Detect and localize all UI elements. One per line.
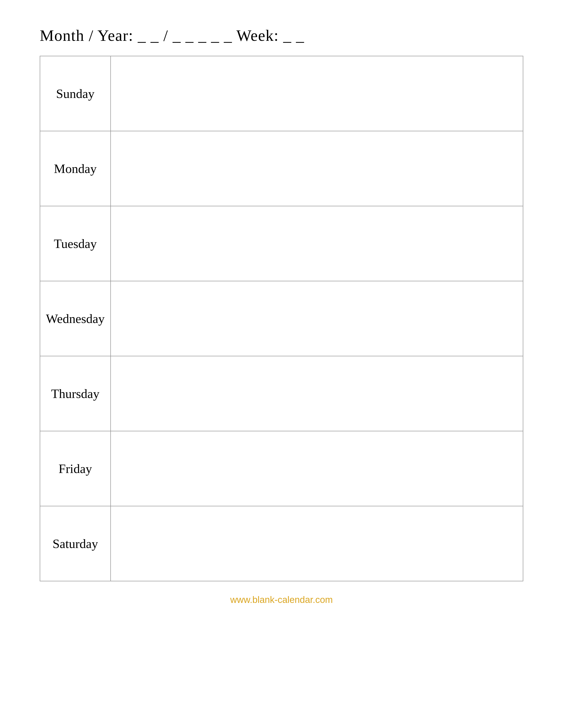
table-row: Saturday <box>40 506 523 581</box>
footer-url: www.blank-calendar.com <box>230 595 333 605</box>
day-label-thursday: Thursday <box>40 356 111 431</box>
table-row: Sunday <box>40 56 523 131</box>
day-label-sunday: Sunday <box>40 56 111 131</box>
month-year-week-header: Month / Year: _ _ / _ _ _ _ _ Week: _ _ <box>40 26 305 45</box>
day-content-friday[interactable] <box>111 431 523 506</box>
table-row: Wednesday <box>40 281 523 356</box>
weekly-calendar-table: SundayMondayTuesdayWednesdayThursdayFrid… <box>40 56 523 581</box>
day-content-saturday[interactable] <box>111 506 523 581</box>
table-row: Friday <box>40 431 523 506</box>
table-row: Tuesday <box>40 206 523 281</box>
day-label-tuesday: Tuesday <box>40 206 111 281</box>
page-container: Month / Year: _ _ / _ _ _ _ _ Week: _ _ … <box>40 26 523 605</box>
table-row: Monday <box>40 131 523 206</box>
day-content-monday[interactable] <box>111 131 523 206</box>
day-content-sunday[interactable] <box>111 56 523 131</box>
day-label-friday: Friday <box>40 431 111 506</box>
day-content-wednesday[interactable] <box>111 281 523 356</box>
table-row: Thursday <box>40 356 523 431</box>
day-content-thursday[interactable] <box>111 356 523 431</box>
day-label-wednesday: Wednesday <box>40 281 111 356</box>
day-label-monday: Monday <box>40 131 111 206</box>
footer: www.blank-calendar.com <box>40 595 523 605</box>
day-label-saturday: Saturday <box>40 506 111 581</box>
day-content-tuesday[interactable] <box>111 206 523 281</box>
